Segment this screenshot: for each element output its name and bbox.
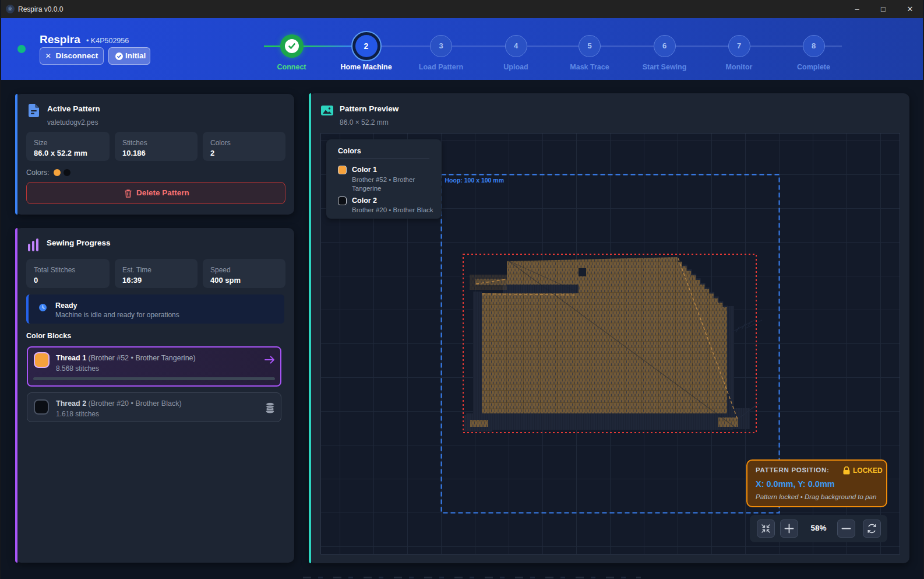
svg-text:Hoop: 100 x 100 mm: Hoop: 100 x 100 mm (445, 177, 505, 184)
